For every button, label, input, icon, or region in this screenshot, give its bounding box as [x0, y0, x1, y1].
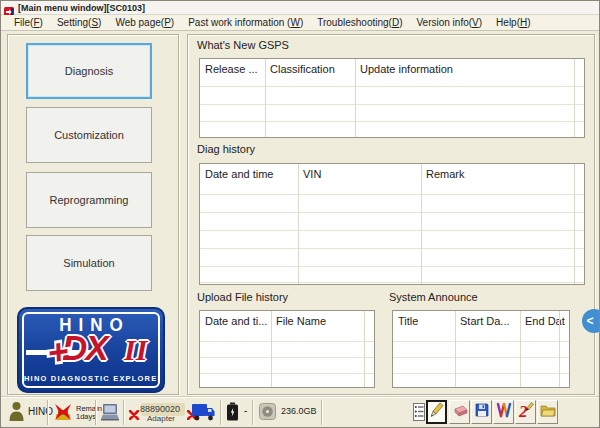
- sidebar-panel: Diagnosis Customization Reprogramming Si…: [7, 34, 179, 395]
- whats-new-title: What's New GSPS: [197, 39, 289, 51]
- grid-line: [574, 164, 575, 284]
- grid-line: [200, 86, 584, 87]
- column-header[interactable]: Remark: [421, 164, 573, 180]
- pen-tool-button[interactable]: [426, 400, 447, 424]
- grid-line: [200, 341, 374, 342]
- logo-numeral-text: II: [124, 333, 147, 367]
- menu-bar: File(F) Setting(S) Web page(P) Past work…: [1, 15, 599, 31]
- grid-line: [455, 311, 456, 387]
- grid-line: [574, 59, 575, 137]
- grid-line: [200, 282, 584, 283]
- statusbar-divider: [321, 400, 322, 425]
- upload-file-history-table[interactable]: Date and ti... File Name: [199, 310, 375, 388]
- adapter-error-icon-left: [129, 406, 139, 424]
- grid-line: [200, 373, 374, 374]
- grid-line: [200, 121, 584, 122]
- grid-line: [421, 164, 422, 284]
- statusbar-divider: [123, 400, 124, 425]
- column-header[interactable]: Date and time: [200, 164, 297, 180]
- app-icon: [4, 3, 14, 13]
- panel-collapse-button[interactable]: <: [582, 309, 600, 333]
- diag-history-table[interactable]: Date and time VIN Remark: [199, 163, 585, 285]
- remain-label-line2: 1days: [76, 413, 96, 421]
- menu-troubleshooting[interactable]: Troubleshooting(D): [310, 16, 409, 30]
- notes-tool-button[interactable]: 2: [515, 400, 536, 424]
- menu-web-page[interactable]: Web page(P): [108, 16, 181, 30]
- simulation-button[interactable]: Simulation: [26, 235, 152, 291]
- main-panel: What's New GSPS Release ... Classificati…: [187, 34, 595, 395]
- grid-line: [200, 248, 584, 249]
- main-menu-window: { "window": { "title": "[Main menu windo…: [0, 0, 600, 428]
- user-icon: [8, 401, 25, 426]
- grid-line: [200, 266, 584, 267]
- reprogramming-button[interactable]: Reprogramming: [26, 172, 152, 228]
- upload-file-history-title: Upload File history: [197, 291, 288, 303]
- pencil-icon: [429, 402, 444, 423]
- menu-setting[interactable]: Setting(S): [50, 16, 108, 30]
- grid-line: [200, 357, 374, 358]
- grid-line: [200, 230, 584, 231]
- disk-space-label: 236.0GB: [281, 406, 317, 416]
- window-title: [Main menu window][SC0103]: [18, 3, 145, 13]
- note-2-icon: 2: [518, 402, 534, 423]
- hino-dx-logo: HINO DX II HINO DIAGNOSTIC EXPLORER: [17, 307, 165, 393]
- statusbar-divider: [220, 400, 221, 425]
- system-announce-title: System Announce: [389, 291, 478, 303]
- adapter-label: Adapter: [147, 415, 175, 423]
- adapter-id-label: 88890020: [140, 404, 180, 414]
- battery-status-label: -: [244, 405, 247, 416]
- whats-new-table[interactable]: Release ... Classification Update inform…: [199, 58, 585, 138]
- menu-file[interactable]: File(F): [7, 16, 50, 30]
- grid-line: [393, 373, 569, 374]
- column-header[interactable]: Start Da...: [455, 311, 519, 327]
- statusbar-divider: [95, 400, 96, 425]
- save-tool-button[interactable]: [471, 400, 492, 424]
- title-bar: [Main menu window][SC0103]: [1, 1, 599, 15]
- grid-line: [200, 194, 584, 195]
- battery-icon: [226, 402, 239, 426]
- column-header[interactable]: File Name: [271, 311, 364, 327]
- grid-line: [298, 164, 299, 284]
- disk-icon: [259, 403, 276, 424]
- hino-dx-logo-inner: HINO DX II HINO DIAGNOSTIC EXPLORER: [22, 312, 160, 388]
- logo-tagline-text: HINO DIAGNOSTIC EXPLORER: [24, 374, 158, 383]
- column-header[interactable]: Release ...: [200, 59, 264, 75]
- column-header[interactable]: Title: [393, 311, 454, 327]
- chevron-left-icon: <: [586, 314, 593, 328]
- logo-cross-icon: [46, 338, 74, 370]
- memo-list-icon: [413, 403, 425, 425]
- menu-past-work-information[interactable]: Past work information (W): [181, 16, 310, 30]
- vehicle-truck-icon: [191, 402, 216, 426]
- statusbar-divider: [252, 400, 253, 425]
- grid-line: [364, 311, 365, 387]
- color-pens-tool-button[interactable]: [493, 400, 514, 424]
- statusbar-divider: [47, 400, 48, 425]
- folder-tool-button[interactable]: [537, 400, 558, 424]
- grid-line: [200, 104, 584, 105]
- column-header[interactable]: Classification: [265, 59, 354, 75]
- grid-line: [355, 59, 356, 137]
- grid-line: [271, 311, 272, 387]
- grid-line: [265, 59, 266, 137]
- floppy-disk-icon: [475, 403, 489, 421]
- menu-version-info[interactable]: Version info(V): [409, 16, 489, 30]
- system-announce-table[interactable]: Title Start Da... End Dat...: [392, 310, 570, 388]
- computer-icon: [100, 403, 120, 425]
- grid-line: [393, 341, 569, 342]
- diagnosis-button[interactable]: Diagnosis: [26, 43, 152, 99]
- grid-line: [393, 357, 569, 358]
- customization-button[interactable]: Customization: [26, 107, 152, 163]
- eraser-icon: [452, 403, 468, 421]
- grid-line: [520, 311, 521, 387]
- eraser-tool-button[interactable]: [449, 400, 470, 424]
- user-name-label: HINO: [28, 406, 53, 417]
- grid-line: [200, 212, 584, 213]
- column-header[interactable]: VIN: [298, 164, 420, 180]
- column-header[interactable]: Update information: [355, 59, 573, 75]
- folder-icon: [540, 403, 556, 421]
- menu-help[interactable]: Help(H): [489, 16, 537, 30]
- status-bar: HINO Remain 1days 88890020 Adapter: [1, 396, 599, 427]
- column-header[interactable]: Date and ti...: [200, 311, 270, 327]
- diag-history-title: Diag history: [197, 143, 255, 155]
- grid-line: [559, 311, 560, 387]
